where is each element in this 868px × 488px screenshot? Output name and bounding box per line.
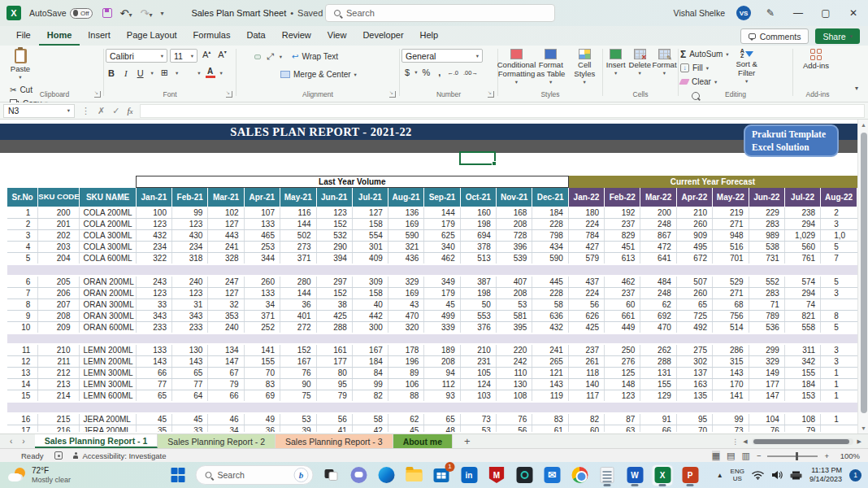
align-bottom-icon[interactable] xyxy=(254,54,261,59)
cell-value[interactable]: 401 xyxy=(280,310,316,321)
volume-icon[interactable] xyxy=(771,470,783,480)
next-sheet-icon[interactable]: › xyxy=(22,437,24,446)
cell-value[interactable]: 39 xyxy=(280,425,316,432)
cell-value[interactable]: 554 xyxy=(352,230,388,242)
cell-value[interactable]: 121 xyxy=(532,368,568,379)
add-sheet-button[interactable]: + xyxy=(464,434,471,448)
cell-value[interactable]: 74 xyxy=(784,298,820,310)
cell-value[interactable]: 56 xyxy=(316,413,352,425)
cell-value[interactable]: 152 xyxy=(316,287,352,298)
vertical-scrollbar[interactable]: ▲ ▼ xyxy=(857,120,868,434)
cell-value-clipped[interactable]: 1,0 xyxy=(821,230,857,242)
cell-value[interactable]: 127 xyxy=(208,219,244,230)
cell-value[interactable]: 253 xyxy=(244,242,280,253)
cell-sku-code[interactable]: 216 xyxy=(38,425,80,432)
cell-value[interactable]: 155 xyxy=(784,368,820,379)
cell-value[interactable]: 65 xyxy=(136,390,171,403)
hscroll-left-icon[interactable]: ◀ xyxy=(743,438,747,445)
cell-value[interactable]: 273 xyxy=(280,242,316,253)
cell-value[interactable]: 141 xyxy=(244,344,280,356)
col-header-nov-21[interactable]: Nov-21 xyxy=(496,188,532,207)
cell-value[interactable]: 163 xyxy=(676,379,712,390)
cell-srno[interactable]: 2 xyxy=(7,219,38,230)
taskbar-ring-app-button[interactable] xyxy=(514,465,535,486)
cell-value[interactable]: 242 xyxy=(496,356,532,368)
cell-value[interactable]: 32 xyxy=(208,298,244,310)
cell-value[interactable]: 133 xyxy=(244,287,280,298)
cell-value[interactable]: 436 xyxy=(388,253,424,265)
cell-value[interactable]: 158 xyxy=(352,219,388,230)
cell-srno[interactable]: 10 xyxy=(7,321,38,333)
cell-value[interactable]: 442 xyxy=(352,310,388,321)
taskbar-chat-button[interactable] xyxy=(349,465,369,486)
cell-value[interactable]: 462 xyxy=(605,276,640,288)
cell-value[interactable]: 299 xyxy=(749,344,784,356)
align-right-icon[interactable] xyxy=(254,73,259,76)
cell-value[interactable]: 231 xyxy=(460,356,496,368)
cell-srno[interactable]: 1 xyxy=(7,207,38,219)
cell-sku-code[interactable]: 215 xyxy=(38,413,80,425)
taskbar-mail-button[interactable]: ✉ xyxy=(542,465,562,486)
cell-value[interactable]: 286 xyxy=(713,344,749,356)
cell-value[interactable]: 581 xyxy=(496,310,532,321)
cell-sku-code[interactable]: 210 xyxy=(38,344,80,356)
cell-value[interactable]: 125 xyxy=(605,368,640,379)
cell-value[interactable]: 265 xyxy=(532,356,568,368)
zoom-in-icon[interactable]: + xyxy=(824,451,829,460)
cell-value[interactable]: 271 xyxy=(713,219,749,230)
cell-value[interactable]: 539 xyxy=(496,253,532,265)
cell-value[interactable]: 107 xyxy=(244,207,280,219)
cell-value[interactable]: 198 xyxy=(460,219,496,230)
cell-value[interactable]: 184 xyxy=(532,207,568,219)
cell-value[interactable]: 123 xyxy=(136,287,171,298)
cell-value[interactable]: 318 xyxy=(172,253,208,265)
col-header-jul-22[interactable]: Jul-22 xyxy=(784,188,820,207)
cell-value[interactable]: 248 xyxy=(640,219,676,230)
cell-value[interactable]: 492 xyxy=(676,321,712,333)
cell-value[interactable]: 184 xyxy=(352,356,388,368)
col-header-sep-21[interactable]: Sep-21 xyxy=(424,188,460,207)
cell-srno[interactable]: 3 xyxy=(7,230,38,242)
cell-value[interactable]: 909 xyxy=(676,230,712,242)
taskbar-task-view-button[interactable] xyxy=(321,465,341,486)
cell-value[interactable]: 626 xyxy=(568,310,604,321)
alignment-dialog-launcher[interactable]: ↘ xyxy=(389,91,396,98)
cell-value[interactable]: 67 xyxy=(208,368,244,379)
cell-value[interactable]: 224 xyxy=(568,287,604,298)
sheet-tab-about-me[interactable]: About me xyxy=(393,434,453,448)
cell-value[interactable]: 117 xyxy=(568,390,604,403)
cell-value[interactable]: 470 xyxy=(388,310,424,321)
hscroll-thumb[interactable] xyxy=(753,439,849,444)
cell-value[interactable]: 33 xyxy=(136,298,171,310)
cell-value[interactable]: 140 xyxy=(568,379,604,390)
pencil-icon[interactable]: ✎ xyxy=(762,7,779,19)
cell-value[interactable]: 297 xyxy=(316,276,352,288)
cell-value-clipped[interactable]: 3 xyxy=(821,219,857,230)
cell-value[interactable]: 465 xyxy=(244,230,280,242)
cell-value[interactable]: 76 xyxy=(280,368,316,379)
cell-value[interactable]: 79 xyxy=(784,425,820,432)
taskbar-chrome-button[interactable] xyxy=(570,465,590,486)
cell-value-clipped[interactable] xyxy=(821,425,857,432)
cell-value[interactable]: 45 xyxy=(424,298,460,310)
cell-value[interactable]: 119 xyxy=(532,390,568,403)
fx-icon[interactable]: fx xyxy=(127,106,132,115)
taskbar-excel-button[interactable]: X xyxy=(653,465,673,486)
cell-value[interactable]: 123 xyxy=(172,287,208,298)
cell-value[interactable]: 48 xyxy=(424,425,460,432)
fill-button[interactable]: ↓Fill ▾ xyxy=(680,61,729,75)
cell-value[interactable]: 798 xyxy=(532,230,568,242)
cell-value[interactable]: 425 xyxy=(568,321,604,333)
zoom-level[interactable]: 100% xyxy=(835,451,860,460)
cell-value[interactable]: 220 xyxy=(496,344,532,356)
scroll-down-icon[interactable]: ▼ xyxy=(858,425,868,431)
cell-value-clipped[interactable]: 3 xyxy=(821,287,857,298)
cell-srno[interactable]: 5 xyxy=(7,253,38,265)
align-middle-icon[interactable] xyxy=(246,55,251,59)
col-header-apr-21[interactable]: Apr-21 xyxy=(244,188,280,207)
cell-value[interactable]: 158 xyxy=(352,287,388,298)
col-header-aug-22[interactable]: Aug-22 xyxy=(821,188,857,207)
cell-value[interactable]: 66 xyxy=(136,368,171,379)
cell-value[interactable]: 53 xyxy=(280,413,316,425)
cell-value[interactable]: 407 xyxy=(496,276,532,288)
